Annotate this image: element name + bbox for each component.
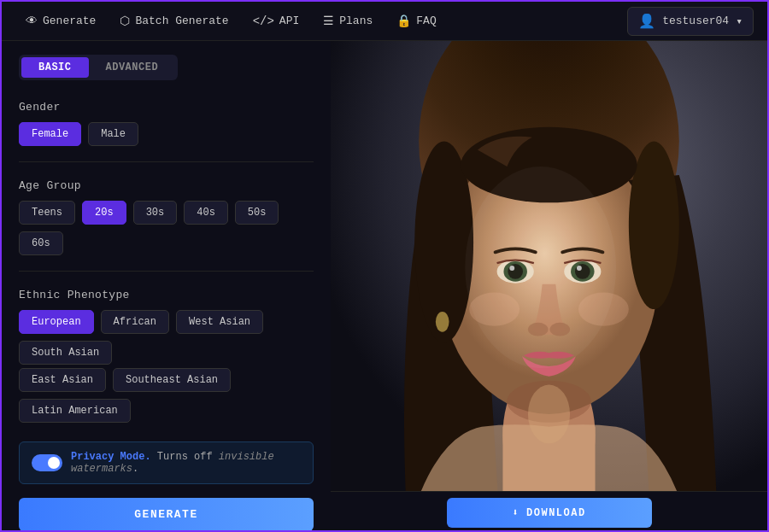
privacy-mode-text: Privacy Mode. Turns off invisible waterm… (71, 451, 301, 475)
batch-icon: ⬡ (120, 14, 130, 28)
generate-nav-item[interactable]: 👁 Generate (15, 9, 106, 33)
faq-nav-item[interactable]: 🔒 FAQ (386, 9, 446, 33)
tab-advanced[interactable]: ADVANCED (89, 57, 176, 78)
age-60s-btn[interactable]: 60s (19, 231, 63, 255)
svg-point-23 (465, 167, 616, 368)
tab-row: BASIC ADVANCED (19, 55, 178, 80)
ethnic-phenotype-row2: East Asian Southeast Asian Latin America… (19, 368, 314, 423)
divider-1 (19, 161, 314, 162)
ethnic-west-asian-btn[interactable]: West Asian (176, 310, 263, 334)
plans-nav-item[interactable]: ☰ Plans (313, 9, 383, 33)
age-teens-btn[interactable]: Teens (19, 201, 75, 225)
age-50s-btn[interactable]: 50s (235, 201, 279, 225)
ethnic-southeast-asian-btn[interactable]: Southeast Asian (113, 368, 231, 392)
ethnic-south-asian-btn[interactable]: South Asian (19, 341, 112, 365)
age-group-label: Age Group (19, 179, 314, 192)
portrait-image (331, 41, 767, 491)
download-icon: ⬇ (512, 506, 520, 519)
gender-options: Female Male (19, 122, 314, 146)
download-label: DOWNLOAD (526, 507, 586, 519)
ethnic-latin-american-btn[interactable]: Latin American (19, 399, 131, 423)
api-icon: </> (253, 15, 274, 28)
batch-generate-nav-label: Batch Generate (135, 15, 228, 27)
privacy-label: Privacy Mode. (71, 451, 151, 463)
batch-generate-nav-item[interactable]: ⬡ Batch Generate (109, 9, 238, 33)
download-bar: ⬇ DOWNLOAD (331, 491, 767, 532)
username-label: testuser04 (662, 15, 729, 27)
left-panel: BASIC ADVANCED Gender Female Male Age Gr… (2, 41, 331, 532)
privacy-toggle[interactable] (32, 454, 62, 471)
svg-point-22 (528, 385, 570, 444)
plans-icon: ☰ (323, 14, 334, 28)
gender-female-btn[interactable]: Female (19, 122, 81, 146)
user-chevron-icon: ▾ (736, 15, 743, 28)
tab-basic[interactable]: BASIC (21, 57, 89, 78)
gender-male-btn[interactable]: Male (88, 122, 138, 146)
right-panel: ⬇ DOWNLOAD (331, 41, 767, 532)
ethnic-african-btn[interactable]: African (101, 310, 169, 334)
generate-icon: 👁 (26, 15, 38, 28)
divider-2 (19, 271, 314, 272)
ethnic-east-asian-btn[interactable]: East Asian (19, 368, 106, 392)
ethnic-phenotype-label: Ethnic Phenotype (19, 289, 314, 301)
download-button[interactable]: ⬇ DOWNLOAD (447, 498, 652, 528)
api-nav-label: API (279, 15, 299, 27)
navbar: 👁 Generate ⬡ Batch Generate </> API ☰ Pl… (2, 2, 767, 41)
age-40s-btn[interactable]: 40s (184, 201, 228, 225)
image-area (331, 41, 767, 491)
svg-point-21 (436, 312, 449, 332)
main-layout: BASIC ADVANCED Gender Female Male Age Gr… (2, 41, 767, 532)
user-menu[interactable]: 👤 testuser04 ▾ (627, 7, 754, 36)
ethnic-phenotype-row1: European African West Asian South Asian (19, 310, 314, 365)
api-nav-item[interactable]: </> API (243, 9, 310, 33)
generate-button[interactable]: GENERATE (19, 498, 314, 531)
faq-icon: 🔒 (396, 14, 411, 28)
age-30s-btn[interactable]: 30s (133, 201, 178, 225)
user-avatar-icon: 👤 (638, 13, 655, 30)
generate-nav-label: Generate (43, 15, 96, 27)
age-group-options: Teens 20s 30s 40s 50s 60s (19, 201, 314, 255)
gender-label: Gender (19, 101, 314, 114)
ethnic-european-btn[interactable]: European (19, 310, 94, 334)
toggle-knob (48, 457, 60, 469)
privacy-mode-row: Privacy Mode. Turns off invisible waterm… (19, 441, 314, 484)
plans-nav-label: Plans (339, 15, 373, 27)
faq-nav-label: FAQ (416, 15, 436, 27)
age-20s-btn[interactable]: 20s (82, 201, 126, 225)
